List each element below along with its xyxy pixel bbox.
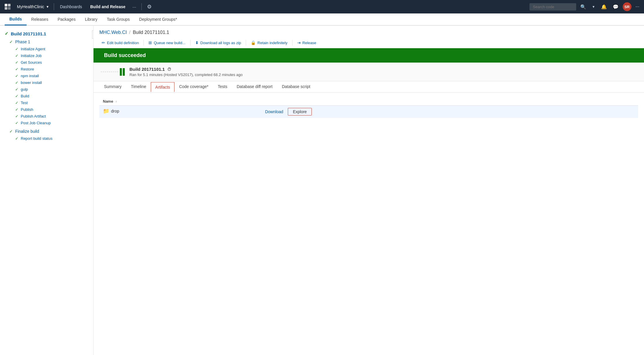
step-check-icon: ✓ [15, 107, 18, 112]
main-layout: ‹ ✓ Build 20171101.1 ✓ Phase 1 ✓ Initial… [0, 26, 644, 355]
build-dashes: - - - - - - - - - [101, 69, 118, 75]
tab-artifacts[interactable]: Artifacts [151, 82, 174, 92]
org-name: MyHealthClinic [17, 4, 44, 9]
tab-db-script[interactable]: Database script [277, 81, 315, 92]
artifact-explore-button[interactable]: Explore [288, 108, 311, 116]
download-icon: ⬇ [195, 40, 199, 45]
step-check-icon: ✓ [15, 114, 18, 118]
notifications-icon-btn[interactable]: 🔔 [599, 2, 609, 11]
tab-task-groups[interactable]: Task Groups [102, 13, 134, 25]
sidebar: ‹ ✓ Build 20171101.1 ✓ Phase 1 ✓ Initial… [0, 26, 94, 355]
build-number-row: Build 20171101.1 ⏱ [129, 67, 243, 72]
tab-summary[interactable]: Summary [99, 81, 126, 92]
build-run-info: Ran for 5.1 minutes (Hosted VS2017), com… [129, 73, 243, 77]
build-info-text: Build 20171101.1 ⏱ Ran for 5.1 minutes (… [129, 67, 243, 77]
user-avatar[interactable]: SR [623, 2, 631, 11]
release-icon: ⇥ [297, 40, 301, 45]
folder-icon: 📁 [103, 108, 109, 114]
sidebar-build-title[interactable]: ✓ Build 20171101.1 [0, 29, 93, 38]
breadcrumb: MHC.Web.CI / Build 20171101.1 [94, 26, 644, 37]
step-check-icon: ✓ [15, 136, 18, 141]
artifacts-actions-column-header [260, 97, 638, 106]
tab-library[interactable]: Library [80, 13, 102, 25]
clock-icon: ⏱ [167, 67, 171, 72]
build-check-icon: ✓ [5, 31, 8, 36]
artifact-actions-cell: Download Explore [260, 106, 638, 118]
nav-more-icon[interactable]: ··· [129, 1, 139, 13]
tab-code-coverage[interactable]: Code coverage* [174, 81, 213, 92]
edit-build-definition-button[interactable]: ✏ Edit build definition [98, 39, 143, 47]
sidebar-step-post-job-cleanup[interactable]: ✓ Post Job Cleanup [0, 120, 93, 126]
sidebar-step-initialize-job[interactable]: ✓ Initialize Job [0, 52, 93, 59]
app-logo [3, 2, 12, 11]
sidebar-step-report-build-status[interactable]: ✓ Report build status [0, 135, 93, 142]
sidebar-step-initialize-agent[interactable]: ✓ Initialize Agent [0, 46, 93, 52]
tab-tests[interactable]: Tests [213, 81, 232, 92]
chat-icon-btn[interactable]: 💬 [611, 2, 620, 11]
top-nav: MyHealthClinic ▼ Dashboards Build and Re… [0, 0, 644, 13]
toolbar-divider [143, 40, 144, 46]
secondary-nav: Builds Releases Packages Library Task Gr… [0, 13, 644, 26]
sidebar-phase-1[interactable]: ✓ Phase 1 [0, 38, 93, 46]
tab-timeline[interactable]: Timeline [126, 81, 151, 92]
org-selector[interactable]: MyHealthClinic ▼ [14, 3, 52, 10]
settings-icon-btn[interactable]: ⚙ [144, 2, 155, 12]
build-info-row: - - - - - - - - - Build 20171101.1 ⏱ Ran… [94, 63, 644, 81]
build-tabs: Summary Timeline Artifacts Code coverage… [94, 81, 644, 93]
search-icon-btn[interactable]: 🔍 [579, 2, 588, 11]
sidebar-step-publish[interactable]: ✓ Publish [0, 106, 93, 113]
edit-icon: ✏ [102, 40, 105, 45]
toolbar-divider-4 [292, 40, 292, 46]
step-check-icon: ✓ [15, 121, 18, 125]
retain-indefinitely-button[interactable]: 🔒 Retain indefinitely [247, 39, 292, 47]
search-dropdown-btn[interactable]: ▼ [590, 3, 597, 10]
sidebar-step-build[interactable]: ✓ Build [0, 93, 93, 99]
svg-rect-2 [5, 7, 7, 10]
breadcrumb-separator: / [129, 30, 130, 35]
download-logs-button[interactable]: ⬇ Download all logs as zip [191, 39, 245, 47]
nav-dashboards[interactable]: Dashboards [56, 1, 86, 13]
search-input[interactable] [529, 3, 576, 11]
tab-builds[interactable]: Builds [5, 13, 27, 25]
sidebar-step-gulp[interactable]: ✓ gulp [0, 86, 93, 93]
step-check-icon: ✓ [15, 74, 18, 78]
step-check-icon: ✓ [15, 60, 18, 65]
artifact-download-button[interactable]: Download [264, 109, 284, 115]
sidebar-step-test[interactable]: ✓ Test [0, 99, 93, 106]
sidebar-step-get-sources[interactable]: ✓ Get Sources [0, 59, 93, 66]
tab-releases[interactable]: Releases [27, 13, 53, 25]
sidebar-collapse-btn[interactable]: ‹ [92, 30, 94, 39]
artifacts-name-column-header[interactable]: Name ↑ [99, 97, 260, 106]
build-status-banner: Build succeeded [94, 48, 644, 63]
breadcrumb-parent-link[interactable]: MHC.Web.CI [99, 30, 127, 35]
toolbar-divider-2 [190, 40, 191, 46]
queue-icon: ⊞ [148, 40, 152, 45]
chevron-down-icon: ▼ [46, 5, 49, 8]
sidebar-step-publish-artifact[interactable]: ✓ Publish Artifact [0, 113, 93, 120]
step-check-icon: ✓ [15, 80, 18, 85]
tab-deployment-groups[interactable]: Deployment Groups* [134, 13, 182, 25]
step-check-icon: ✓ [15, 67, 18, 71]
step-check-icon: ✓ [15, 54, 18, 58]
nav-build-release[interactable]: Build and Release [86, 1, 130, 13]
sort-asc-icon: ↑ [115, 100, 117, 103]
queue-new-build-button[interactable]: ⊞ Queue new build... [144, 39, 189, 47]
release-button[interactable]: ⇥ Release [293, 39, 321, 47]
step-check-icon: ✓ [15, 87, 18, 92]
svg-rect-1 [8, 4, 11, 6]
sidebar-step-restore[interactable]: ✓ Restore [0, 66, 93, 73]
top-nav-right: 🔍 ▼ 🔔 💬 SR ··· [529, 2, 641, 11]
svg-rect-3 [8, 7, 11, 10]
svg-rect-0 [5, 4, 7, 6]
artifact-row-drop: 📁 drop Download Explore [99, 106, 638, 118]
sidebar-step-bower-install[interactable]: ✓ bower install [0, 79, 93, 86]
more-options-icon-btn[interactable]: ··· [634, 2, 641, 11]
sidebar-step-npm-install[interactable]: ✓ npm install [0, 73, 93, 79]
sidebar-finalize-build[interactable]: ✓ Finalize build [0, 127, 93, 135]
breadcrumb-current: Build 20171101.1 [133, 30, 169, 35]
phase-check-icon: ✓ [9, 39, 13, 44]
finalize-check-icon: ✓ [9, 129, 13, 134]
tab-packages[interactable]: Packages [53, 13, 80, 25]
tab-db-diff-report[interactable]: Database diff report [232, 81, 277, 92]
top-nav-vertical-divider [141, 3, 142, 10]
